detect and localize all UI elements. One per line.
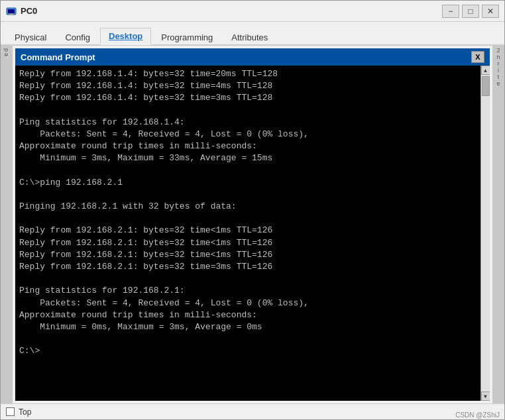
cmd-close-button[interactable]: X xyxy=(471,51,484,63)
scrollbar-thumb[interactable] xyxy=(482,76,490,96)
top-checkbox[interactable] xyxy=(6,407,15,416)
right-sidebar: 2 n r i t e xyxy=(492,46,504,403)
right-sidebar-label-6: e xyxy=(496,80,500,87)
left-sidebar: p a xyxy=(1,46,13,403)
main-window: PC0 − □ ✕ Physical Config Desktop Progra… xyxy=(0,0,505,420)
cmd-window: Command Prompt X Reply from 192.168.1.4:… xyxy=(13,46,492,403)
title-bar: PC0 − □ ✕ xyxy=(1,1,504,22)
cmd-scrollbar: ▲ ▼ xyxy=(480,66,490,401)
close-button[interactable]: ✕ xyxy=(482,5,499,18)
svg-rect-1 xyxy=(8,9,15,13)
right-sidebar-label-4: i xyxy=(498,67,499,74)
scrollbar-track[interactable] xyxy=(481,75,490,392)
window-icon xyxy=(6,6,17,17)
window-title: PC0 xyxy=(21,6,442,16)
main-content: p a Command Prompt X Reply from 192.168.… xyxy=(1,46,504,403)
maximize-button[interactable]: □ xyxy=(462,5,479,18)
tab-physical[interactable]: Physical xyxy=(6,29,55,45)
minimize-button[interactable]: − xyxy=(442,5,459,18)
left-sidebar-label-2: a xyxy=(3,53,10,56)
bottom-bar: Top CSDN @ZShiJ xyxy=(1,403,504,419)
right-sidebar-label-5: t xyxy=(498,74,500,80)
cmd-window-title: Command Prompt xyxy=(21,52,95,62)
tab-config[interactable]: Config xyxy=(56,29,99,45)
cmd-body[interactable]: Reply from 192.168.1.4: bytes=32 time=20… xyxy=(15,66,480,401)
right-sidebar-label-2: n xyxy=(496,54,500,60)
cmd-output: Reply from 192.168.1.4: bytes=32 time=20… xyxy=(19,68,477,358)
left-sidebar-label-1: p xyxy=(3,48,10,52)
center-area: Command Prompt X Reply from 192.168.1.4:… xyxy=(13,46,492,403)
cmd-title-bar: Command Prompt X xyxy=(15,48,490,66)
right-sidebar-label-1: 2 xyxy=(496,47,500,54)
title-controls: − □ ✕ xyxy=(442,5,499,18)
scrollbar-up-arrow[interactable]: ▲ xyxy=(481,66,490,75)
tab-programming[interactable]: Programming xyxy=(152,29,221,45)
tab-desktop[interactable]: Desktop xyxy=(100,28,151,45)
svg-rect-3 xyxy=(9,14,13,15)
watermark: CSDN @ZShiJ xyxy=(455,411,500,419)
top-label: Top xyxy=(19,407,31,417)
tab-attributes[interactable]: Attributes xyxy=(223,29,276,45)
tabs-bar: Physical Config Desktop Programming Attr… xyxy=(1,22,504,46)
svg-rect-2 xyxy=(9,13,14,14)
right-sidebar-label-3: r xyxy=(498,60,500,67)
scrollbar-down-arrow[interactable]: ▼ xyxy=(481,392,490,401)
